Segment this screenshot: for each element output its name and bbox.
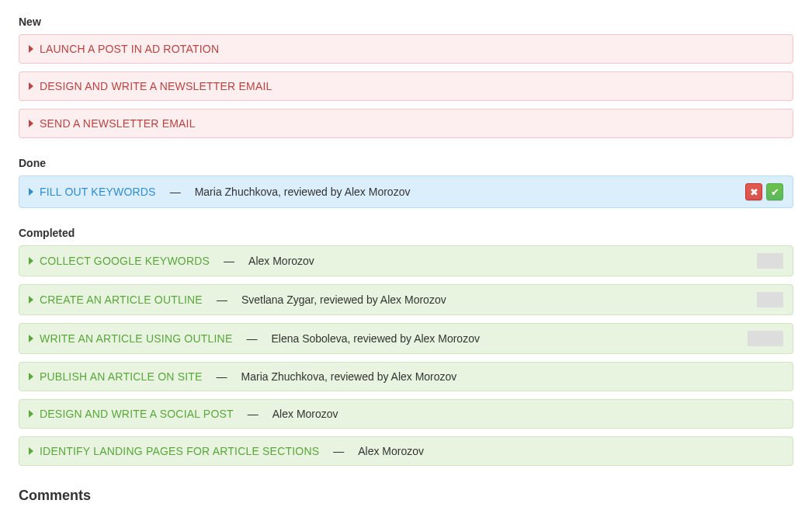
section-header-new: New bbox=[19, 16, 793, 28]
comments-header: Comments bbox=[19, 488, 793, 504]
task-assignee: Elena Soboleva, reviewed by Alex Morozov bbox=[271, 332, 479, 345]
chevron-right-icon bbox=[29, 45, 33, 53]
separator: — bbox=[224, 255, 234, 267]
chevron-right-icon bbox=[29, 188, 33, 196]
separator: — bbox=[246, 332, 257, 345]
thumbnail-placeholder bbox=[757, 292, 783, 307]
cross-icon: ✖ bbox=[750, 186, 758, 198]
thumbnail-placeholder bbox=[757, 253, 783, 269]
task-row[interactable]: CREATE AN ARTICLE OUTLINE — Svetlana Zyg… bbox=[19, 284, 793, 315]
task-row[interactable]: LAUNCH A POST IN AD ROTATION bbox=[19, 34, 793, 64]
task-assignee: Maria Zhuchkova, reviewed by Alex Morozo… bbox=[195, 186, 411, 198]
chevron-right-icon bbox=[29, 257, 33, 265]
task-actions: ✖ ✔ bbox=[745, 183, 783, 200]
chevron-right-icon bbox=[29, 296, 33, 304]
task-row[interactable]: COLLECT GOOGLE KEYWORDS — Alex Morozov bbox=[19, 245, 793, 276]
task-title: FILL OUT KEYWORDS bbox=[40, 186, 156, 198]
task-row[interactable]: FILL OUT KEYWORDS — Maria Zhuchkova, rev… bbox=[19, 175, 793, 208]
chevron-right-icon bbox=[29, 335, 33, 342]
reject-button[interactable]: ✖ bbox=[745, 183, 762, 200]
task-assignee: Svetlana Zygar, reviewed by Alex Morozov bbox=[241, 293, 446, 306]
task-title: PUBLISH AN ARTICLE ON SITE bbox=[40, 370, 203, 383]
separator: — bbox=[333, 445, 344, 457]
task-row[interactable]: IDENTIFY LANDING PAGES FOR ARTICLE SECTI… bbox=[19, 436, 793, 466]
chevron-right-icon bbox=[29, 447, 33, 455]
chevron-right-icon bbox=[29, 410, 33, 418]
task-title: DESIGN AND WRITE A NEWSLETTER EMAIL bbox=[40, 80, 272, 92]
task-title: LAUNCH A POST IN AD ROTATION bbox=[40, 43, 219, 55]
task-row[interactable]: SEND A NEWSLETTER EMAIL bbox=[19, 109, 793, 138]
chevron-right-icon bbox=[29, 120, 33, 127]
task-title: WRITE AN ARTICLE USING OUTLINE bbox=[40, 332, 232, 345]
task-row[interactable]: WRITE AN ARTICLE USING OUTLINE — Elena S… bbox=[19, 323, 793, 354]
chevron-right-icon bbox=[29, 373, 33, 380]
task-assignee: Alex Morozov bbox=[272, 408, 338, 420]
check-icon: ✔ bbox=[771, 186, 779, 198]
chevron-right-icon bbox=[29, 82, 33, 90]
task-title: CREATE AN ARTICLE OUTLINE bbox=[40, 293, 203, 306]
task-title: DESIGN AND WRITE A SOCIAL POST bbox=[40, 408, 234, 420]
task-row[interactable]: DESIGN AND WRITE A SOCIAL POST — Alex Mo… bbox=[19, 399, 793, 429]
task-title: IDENTIFY LANDING PAGES FOR ARTICLE SECTI… bbox=[40, 445, 319, 457]
task-assignee: Maria Zhuchkova, reviewed by Alex Morozo… bbox=[241, 370, 457, 383]
thumbnail-placeholder bbox=[748, 331, 783, 346]
task-row[interactable]: DESIGN AND WRITE A NEWSLETTER EMAIL bbox=[19, 71, 793, 101]
separator: — bbox=[170, 186, 181, 198]
task-title: SEND A NEWSLETTER EMAIL bbox=[40, 117, 196, 130]
separator: — bbox=[248, 408, 259, 420]
approve-button[interactable]: ✔ bbox=[766, 183, 783, 200]
task-row[interactable]: PUBLISH AN ARTICLE ON SITE — Maria Zhuch… bbox=[19, 362, 793, 391]
separator: — bbox=[217, 293, 227, 306]
separator: — bbox=[217, 370, 227, 383]
task-assignee: Alex Morozov bbox=[248, 255, 314, 267]
section-header-completed: Completed bbox=[19, 227, 793, 239]
task-title: COLLECT GOOGLE KEYWORDS bbox=[40, 255, 210, 267]
task-assignee: Alex Morozov bbox=[358, 445, 424, 457]
section-header-done: Done bbox=[19, 157, 793, 169]
